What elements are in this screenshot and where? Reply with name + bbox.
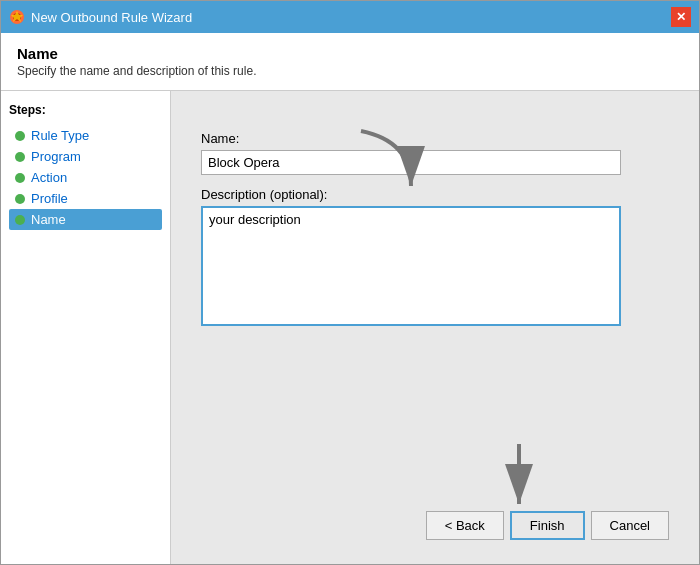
step-dot-program (15, 152, 25, 162)
header-section: Name Specify the name and description of… (1, 33, 699, 91)
main-content: Name: Description (optional): your descr… (171, 91, 699, 564)
back-button[interactable]: < Back (426, 511, 504, 540)
step-dot-name (15, 215, 25, 225)
description-field-group: Description (optional): your description (201, 187, 669, 326)
sidebar-label-action: Action (31, 170, 67, 185)
arrow-top-icon (351, 121, 431, 201)
sidebar-label-program: Program (31, 149, 81, 164)
footer: < Back Finish Cancel (201, 499, 669, 544)
sidebar-item-profile[interactable]: Profile (9, 188, 162, 209)
app-icon (9, 9, 25, 25)
wizard-window: New Outbound Rule Wizard ✕ Name Specify … (0, 0, 700, 565)
step-dot-action (15, 173, 25, 183)
description-label: Description (optional): (201, 187, 669, 202)
sidebar-item-action[interactable]: Action (9, 167, 162, 188)
steps-label: Steps: (9, 103, 162, 117)
title-bar-left: New Outbound Rule Wizard (9, 9, 192, 25)
cancel-button[interactable]: Cancel (591, 511, 669, 540)
name-label: Name: (201, 131, 669, 146)
sidebar-label-rule-type: Rule Type (31, 128, 89, 143)
title-bar: New Outbound Rule Wizard ✕ (1, 1, 699, 33)
sidebar-label-name: Name (31, 212, 66, 227)
form-area: Name: Description (optional): your descr… (201, 131, 669, 326)
close-button[interactable]: ✕ (671, 7, 691, 27)
arrow-bottom-icon (489, 439, 549, 514)
sidebar-item-rule-type[interactable]: Rule Type (9, 125, 162, 146)
name-field-group: Name: (201, 131, 669, 175)
sidebar-item-name[interactable]: Name (9, 209, 162, 230)
description-textarea[interactable]: your description (201, 206, 621, 326)
sidebar-item-program[interactable]: Program (9, 146, 162, 167)
window-title: New Outbound Rule Wizard (31, 10, 192, 25)
step-dot-profile (15, 194, 25, 204)
page-subtitle: Specify the name and description of this… (17, 64, 683, 78)
sidebar: Steps: Rule Type Program Action Profile … (1, 91, 171, 564)
finish-button[interactable]: Finish (510, 511, 585, 540)
step-dot-rule-type (15, 131, 25, 141)
page-title: Name (17, 45, 683, 62)
content-area: Steps: Rule Type Program Action Profile … (1, 91, 699, 564)
sidebar-label-profile: Profile (31, 191, 68, 206)
